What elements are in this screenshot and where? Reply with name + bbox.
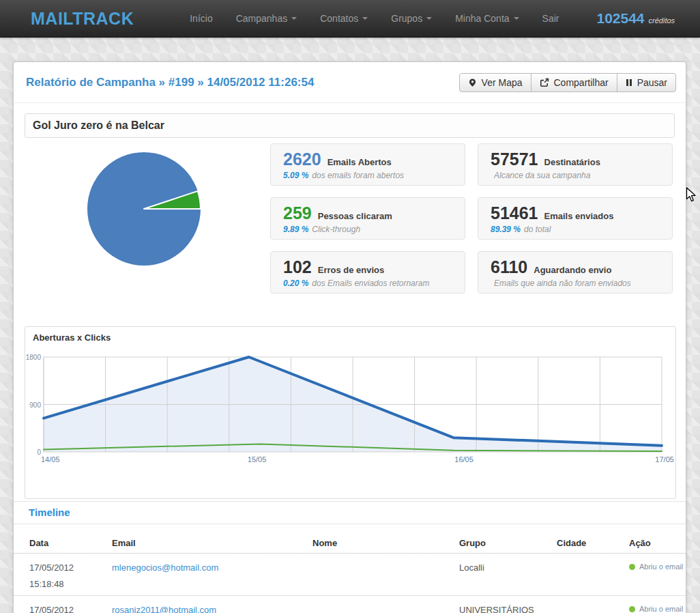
stat-label: Destinatários — [544, 157, 600, 167]
nav-item-grupos[interactable]: Grupos — [379, 13, 443, 24]
app-logo: MailTrack — [31, 9, 134, 29]
cell-acao: Abriu o email — [629, 605, 686, 613]
cell-grupo: UNIVERSITÁRIOS — [459, 605, 557, 613]
email-link[interactable]: mlenegocios@hotmail.com — [112, 562, 218, 573]
nav-item-inicio[interactable]: Início — [178, 13, 224, 24]
share-icon — [540, 78, 549, 87]
stat-desc: do total — [524, 225, 551, 234]
chevron-down-icon — [291, 17, 297, 20]
stat-aguardando-envio: 6110Aguardando envio Emails que ainda nã… — [478, 251, 673, 294]
col-header-cidade: Cidade — [557, 538, 629, 548]
cell-grupo: Localli — [459, 562, 557, 573]
table-row: 17/05/2012 rosaniz2011@hotmail.com UNIVE… — [14, 596, 686, 613]
nav-item-minha-conta[interactable]: Minha Conta — [443, 13, 530, 24]
stat-pessoas-clicaram: 259Pessoas clicaram 9.89 %Click-through — [270, 197, 465, 240]
stats-grid: 2620Emails Abertos 5.09 %dos emails fora… — [270, 143, 673, 294]
email-link[interactable]: rosaniz2011@hotmail.com — [112, 605, 216, 613]
nav-item-sair[interactable]: Sair — [531, 13, 571, 24]
stat-value: 259 — [283, 203, 312, 223]
campaign-title: Gol Juro zero é na Belcar — [33, 119, 164, 132]
status-dot-icon — [629, 564, 635, 570]
table-header-row: Data Email Nome Grupo Cidade Ação — [14, 526, 686, 554]
x-tick-label: 15/05 — [248, 455, 267, 464]
report-actions: Ver Mapa Compartilhar Pausar — [459, 73, 676, 92]
x-tick-label: 14/05 — [41, 455, 60, 464]
nav-item-campanhas[interactable]: Campanhas — [224, 13, 309, 24]
opens-pie-chart — [85, 149, 203, 268]
stat-label: Aguardando envio — [534, 265, 611, 275]
credits-counter: 102544 créditos — [596, 10, 675, 27]
stat-value: 57571 — [491, 149, 538, 169]
col-header-email: Email — [112, 538, 312, 548]
cell-data: 17/05/2012 — [29, 605, 112, 613]
top-navbar: MailTrack Início Campanhas Contatos Grup… — [0, 0, 700, 38]
aberturas-clicks-chart-panel: Aberturas x Clicks 1800 900 0 14/05 15/0… — [25, 326, 676, 499]
x-tick-label: 16/05 — [454, 455, 473, 464]
stat-desc: dos Emails enviados retornaram — [312, 279, 429, 288]
main-nav: Início Campanhas Contatos Grupos Minha C… — [178, 13, 570, 24]
chevron-down-icon — [426, 17, 432, 20]
stat-label: Erros de envios — [318, 265, 385, 275]
stat-value: 102 — [283, 257, 312, 277]
nav-item-contatos[interactable]: Contatos — [308, 13, 379, 24]
stat-emails-enviados: 51461Emails enviados 89.39 %do total — [478, 197, 673, 240]
table-row: 17/05/2012 15:18:48 mlenegocios@hotmail.… — [14, 554, 686, 596]
stat-percent: 0.20 % — [283, 279, 308, 288]
cell-data: 17/05/2012 15:18:48 — [29, 562, 112, 589]
stat-value: 51461 — [491, 203, 538, 223]
pause-icon — [626, 79, 632, 87]
divider — [14, 501, 686, 502]
col-header-acao: Ação — [629, 538, 686, 548]
col-header-nome: Nome — [312, 538, 459, 548]
stat-emails-abertos: 2620Emails Abertos 5.09 %dos emails fora… — [270, 143, 465, 186]
line-chart: 1800 900 0 14/05 15/05 16/05 17/05 — [44, 357, 662, 452]
stat-label: Pessoas clicaram — [318, 211, 392, 221]
col-header-grupo: Grupo — [459, 538, 557, 548]
stat-percent: 5.09 % — [283, 171, 308, 180]
chevron-down-icon — [514, 17, 519, 20]
stat-percent: 89.39 % — [491, 225, 521, 234]
compartilhar-button[interactable]: Compartilhar — [531, 73, 617, 92]
chevron-down-icon — [362, 17, 368, 20]
cell-acao: Abriu o email — [629, 562, 686, 571]
cell-email: mlenegocios@hotmail.com — [112, 562, 312, 573]
status-dot-icon — [629, 606, 635, 612]
map-pin-icon — [468, 78, 477, 87]
report-card: Relatório de Campanha » #199 » 14/05/201… — [13, 61, 686, 613]
stat-desc: Click-through — [312, 225, 360, 234]
ver-mapa-button[interactable]: Ver Mapa — [459, 73, 531, 92]
stat-desc: Alcance da sua campanha — [494, 171, 590, 180]
pausar-button[interactable]: Pausar — [617, 73, 676, 92]
credits-value: 102544 — [596, 10, 644, 27]
stat-erros-de-envios: 102Erros de envios 0.20 %dos Emails envi… — [270, 251, 465, 294]
x-tick-label: 17/05 — [655, 455, 674, 464]
stat-value: 2620 — [283, 149, 321, 169]
mouse-cursor — [686, 187, 698, 206]
col-header-data: Data — [29, 538, 112, 548]
stat-desc: dos emails foram abertos — [312, 171, 404, 180]
stat-destinatarios: 57571Destinatários Alcance da sua campan… — [478, 143, 673, 186]
status-label: Abriu o email — [639, 562, 683, 571]
stat-label: Emails Abertos — [327, 157, 392, 167]
divider — [14, 524, 686, 524]
cell-email: rosaniz2011@hotmail.com — [112, 605, 312, 613]
report-header: Relatório de Campanha » #199 » 14/05/201… — [14, 62, 686, 103]
status-label: Abriu o email — [639, 605, 683, 613]
campaign-title-bar: Gol Juro zero é na Belcar — [25, 113, 675, 138]
stat-value: 6110 — [491, 257, 527, 277]
stat-percent: 9.89 % — [283, 225, 308, 234]
timeline-heading: Timeline — [29, 507, 70, 518]
credits-label: créditos — [649, 16, 675, 25]
breadcrumb: Relatório de Campanha » #199 » 14/05/201… — [26, 76, 314, 89]
chart-title: Aberturas x Clicks — [33, 332, 111, 343]
stat-label: Emails enviados — [544, 211, 614, 221]
timeline-table: Data Email Nome Grupo Cidade Ação 17/05/… — [14, 526, 686, 613]
stat-desc: Emails que ainda não foram enviados — [494, 279, 631, 288]
y-tick-label: 900 — [29, 401, 44, 409]
y-tick-label: 1800 — [26, 354, 44, 361]
